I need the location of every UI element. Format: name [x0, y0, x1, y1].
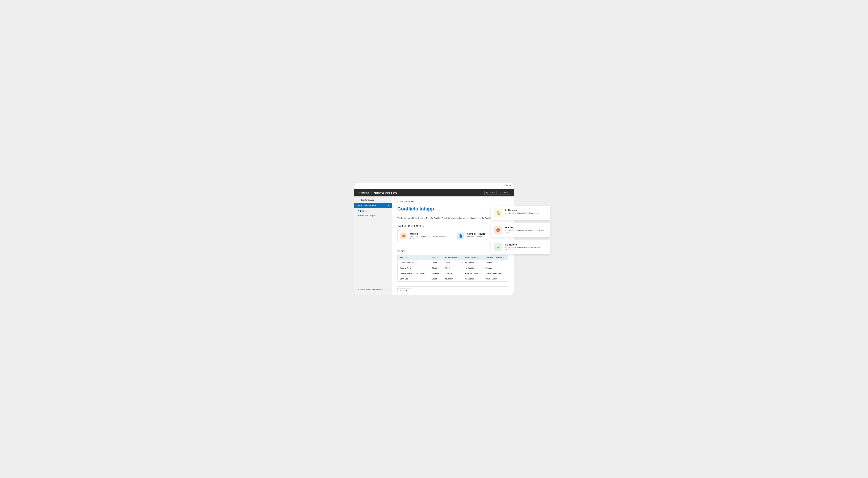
sort-icon [503, 257, 504, 258]
pdf-icon: PDF [457, 233, 464, 239]
table-row[interactable]: Bubble & Gum Group Limited Adverse Adver… [398, 271, 508, 276]
table-header-row: PARTY ROLE RELATIONSHIP ASSESSMENT ANALY… [398, 255, 508, 260]
sidebar-settings-link[interactable]: New Business Intake Settings [354, 287, 392, 292]
sidebar-settings-label: New Business Intake Settings [361, 289, 383, 291]
window-circle-1[interactable] [506, 185, 508, 187]
main-footer: ← PARTIES [397, 286, 508, 295]
arrow-left-icon [358, 199, 360, 201]
sort-icon [437, 257, 438, 258]
notes-icon [486, 192, 488, 194]
svg-point-2 [501, 192, 501, 193]
arrow-left-icon: ← [399, 289, 401, 291]
col-relationship[interactable]: RELATIONSHIP [442, 255, 462, 260]
in-review-title: In Review [505, 209, 539, 212]
svg-text:PDF: PDF [460, 236, 462, 237]
browser-window: ReedSmith Matter Opening Form NOTES SHAR… [354, 183, 514, 295]
gear-icon [358, 289, 359, 291]
waiting-title: Waiting [410, 233, 448, 235]
nav-item-conflicts-intapp[interactable]: Conflicts Intapp [358, 214, 389, 217]
col-role[interactable]: ROLE [430, 255, 442, 260]
nav-section-quick-conflict[interactable]: Quick Conflict Check [354, 203, 392, 208]
share-icon [500, 192, 501, 194]
in-review-subtitle: Your Conflicts Intapp check is in progre… [505, 212, 539, 214]
svg-point-3 [501, 193, 501, 194]
status-card-in-review: In Review Your Conflicts Intapp check is… [491, 206, 550, 220]
parties-back-button[interactable]: ← PARTIES [397, 288, 411, 292]
url-bar[interactable] [374, 186, 503, 186]
status-card-waiting-float: Waiting Your Conflicts Intapp check is w… [491, 223, 550, 237]
share-button[interactable]: SHARE [498, 191, 510, 195]
svg-point-4 [358, 289, 359, 290]
sidebar: Back to Queues Quick Conflict Check Part… [354, 197, 392, 295]
check-icon [494, 243, 502, 251]
clock-icon [494, 226, 502, 234]
chevron-up-icon [388, 205, 389, 206]
clock-icon [400, 233, 407, 239]
notes-button[interactable]: NOTES [484, 191, 497, 195]
svg-point-1 [500, 193, 500, 193]
brand-logo: ReedSmith [358, 192, 372, 194]
waiting-float-title: Waiting [505, 226, 547, 229]
browser-chrome [354, 183, 514, 189]
nav-items: Parties Conflicts Intapp [354, 208, 392, 218]
col-analyst-comment[interactable]: ANALYST COMMENT [483, 255, 508, 260]
sort-icon [458, 257, 459, 258]
window-controls [506, 185, 511, 187]
status-card-complete: Complete Your Conflicts Intapp check pas… [491, 240, 550, 254]
parties-table: PARTY ROLE RELATIONSHIP ASSESSMENT ANALY… [398, 255, 508, 281]
nav-item-parties[interactable]: Parties [358, 210, 389, 212]
back-to-queues-link[interactable]: Back to Queues [354, 199, 392, 203]
table-row[interactable]: John Doe Client Adversary No Conflict Pr… [398, 276, 508, 281]
parties-table-wrap: PARTY ROLE RELATIONSHIP ASSESSMENT ANALY… [397, 255, 508, 281]
complete-subtitle: Your Conflicts Intapp check passed witho… [505, 246, 547, 250]
complete-title: Complete [505, 243, 547, 246]
sort-icon [406, 257, 407, 258]
sort-icon [477, 257, 478, 258]
download-link[interactable]: Download [466, 235, 474, 237]
waiting-float-subtitle: Your Conflicts Intapp check is waiting f… [505, 229, 547, 233]
back-label: Back to Queues [361, 199, 374, 201]
parties-button-label: PARTIES [402, 289, 409, 291]
table-row[interactable]: Global Ventures Co. Client Client No Con… [398, 260, 508, 265]
share-label: SHARE [502, 192, 508, 194]
status-card-waiting: Waiting Your Conflicts Intapp check is w… [397, 230, 452, 242]
window-circle-2[interactable] [509, 185, 511, 187]
app-title: Matter Opening Form [372, 192, 397, 194]
waiting-subtitle: Your Conflicts Intapp check is waiting f… [410, 235, 448, 239]
results-date: 00 Mon 0000 [476, 235, 486, 237]
col-assessment[interactable]: ASSESSMENT [462, 255, 483, 260]
app-header: ReedSmith Matter Opening Form NOTES SHAR… [354, 189, 514, 197]
mof-id: MOF #1234567890 [397, 200, 508, 202]
table-row[interactable]: Energy Corp. Client Client No Conflict F… [398, 265, 508, 271]
notes-label: NOTES [489, 192, 495, 194]
col-party[interactable]: PARTY [398, 255, 430, 260]
document-check-icon [494, 209, 502, 217]
nav-section-label: Quick Conflict Check [357, 204, 376, 206]
